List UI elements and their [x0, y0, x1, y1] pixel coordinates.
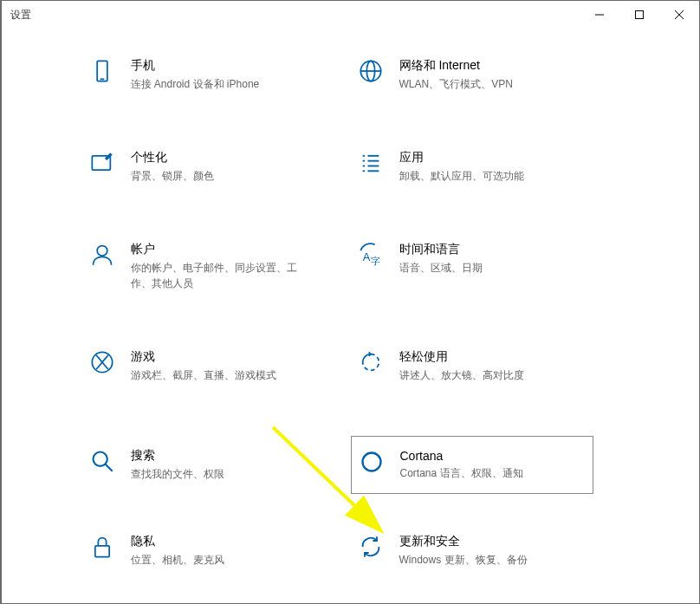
- apps-list-icon: [358, 150, 384, 176]
- tile-title: 个性化: [131, 150, 309, 166]
- tile-title: 更新和安全: [399, 534, 578, 549]
- titlebar: 设置: [2, 1, 699, 29]
- tile-desc: 连接 Android 设备和 iPhone: [131, 76, 309, 92]
- tile-desc: 位置、相机、麦克风: [131, 552, 309, 568]
- tile-desc: WLAN、飞行模式、VPN: [399, 76, 578, 92]
- tile-desc: Windows 更新、恢复、备份: [399, 552, 578, 568]
- svg-point-15: [97, 246, 107, 257]
- tile-title: 手机: [131, 58, 309, 74]
- xbox-icon: [89, 349, 115, 375]
- time-language-icon: A字: [358, 242, 384, 268]
- globe-icon: [358, 58, 384, 84]
- tile-title: 帐户: [131, 242, 309, 257]
- window-controls: [580, 1, 699, 29]
- ease-of-access-icon: [358, 349, 384, 375]
- minimize-button[interactable]: [580, 1, 619, 29]
- tile-desc: 你的帐户、电子邮件、同步设置、工作、其他人员: [131, 260, 309, 291]
- tile-desc: 语音、区域、日期: [399, 260, 578, 276]
- svg-point-19: [93, 452, 107, 466]
- tile-desc: 查找我的文件、权限: [131, 466, 309, 482]
- svg-text:A: A: [362, 250, 370, 263]
- svg-rect-1: [97, 61, 107, 81]
- tile-phone[interactable]: 手机 连接 Android 设备和 iPhone: [82, 53, 316, 97]
- tile-privacy[interactable]: 隐私 位置、相机、麦克风: [82, 529, 316, 573]
- svg-rect-0: [636, 11, 644, 19]
- tile-desc: 游戏栏、截屏、直播、游戏模式: [131, 367, 309, 383]
- tile-desc: 卸载、默认应用、可选功能: [399, 168, 578, 184]
- tile-cortana[interactable]: Cortana Cortana 语言、权限、通知: [351, 436, 593, 494]
- tile-personalization[interactable]: 个性化 背景、锁屏、颜色: [82, 145, 316, 189]
- close-button[interactable]: [659, 1, 699, 29]
- tile-search[interactable]: 搜索 查找我的文件、权限: [82, 443, 316, 487]
- tile-title: 搜索: [131, 448, 309, 464]
- settings-window: 设置 手机 连接 A: [0, 0, 700, 604]
- maximize-button[interactable]: [619, 1, 659, 29]
- tile-title: Cortana: [400, 449, 586, 463]
- window-title: 设置: [10, 8, 31, 23]
- tile-title: 时间和语言: [399, 242, 578, 257]
- tile-network[interactable]: 网络和 Internet WLAN、飞行模式、VPN: [351, 53, 585, 97]
- phone-icon: [89, 58, 115, 84]
- lock-icon: [89, 534, 115, 560]
- paintbrush-icon: [89, 150, 115, 176]
- tile-desc: 背景、锁屏、颜色: [131, 168, 309, 184]
- tile-ease-of-access[interactable]: 轻松使用 讲述人、放大镜、高对比度: [351, 344, 585, 388]
- svg-text:字: 字: [371, 256, 380, 266]
- svg-line-20: [105, 464, 112, 471]
- tile-accounts[interactable]: 帐户 你的帐户、电子邮件、同步设置、工作、其他人员: [82, 237, 316, 296]
- tile-title: 网络和 Internet: [399, 58, 578, 74]
- tile-time-language[interactable]: A字 时间和语言 语音、区域、日期: [351, 237, 585, 296]
- person-icon: [89, 242, 115, 268]
- svg-point-21: [362, 453, 380, 471]
- tile-title: 游戏: [131, 349, 309, 365]
- tile-desc: 讲述人、放大镜、高对比度: [399, 367, 578, 383]
- tile-title: 隐私: [131, 534, 309, 549]
- tile-desc: Cortana 语言、权限、通知: [400, 465, 586, 481]
- cortana-icon: [359, 449, 385, 475]
- settings-grid: 手机 连接 Android 设备和 iPhone 网络和 Internet WL…: [82, 53, 619, 603]
- tile-apps[interactable]: 应用 卸载、默认应用、可选功能: [351, 145, 585, 189]
- tile-title: 应用: [399, 150, 578, 166]
- settings-content: 手机 连接 Android 设备和 iPhone 网络和 Internet WL…: [2, 53, 699, 603]
- svg-rect-22: [94, 546, 108, 557]
- tile-update-security[interactable]: 更新和安全 Windows 更新、恢复、备份: [351, 529, 585, 573]
- search-icon: [89, 448, 115, 474]
- tile-title: 轻松使用: [399, 349, 578, 365]
- tile-gaming[interactable]: 游戏 游戏栏、截屏、直播、游戏模式: [82, 344, 316, 388]
- update-icon: [358, 534, 384, 560]
